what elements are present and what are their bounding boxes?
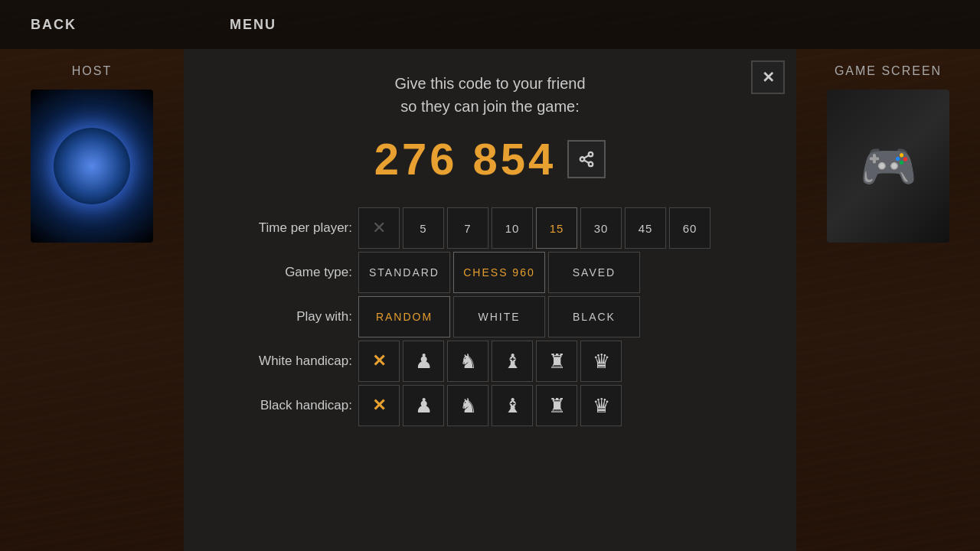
- black-handicap-rook[interactable]: ♜: [536, 385, 577, 426]
- white-handicap-btn-group: ✕ ♟ ♞ ♝ ♜ ♛: [358, 341, 622, 382]
- right-panel-label: GAME SCREEN: [835, 64, 942, 78]
- time-per-player-row: Time per player: ✕ 5 7 10 15 30 45 60: [214, 207, 766, 249]
- black-handicap-btn-group: ✕ ♟ ♞ ♝ ♜ ♛: [358, 385, 622, 426]
- left-panel-label: HOST: [72, 64, 112, 78]
- top-bar: BACK MENU: [0, 0, 980, 49]
- playwith-black[interactable]: BLACK: [548, 296, 640, 337]
- black-handicap-none[interactable]: ✕: [358, 385, 400, 426]
- playwith-btn-group: RANDOM WHITE BLACK: [358, 296, 640, 337]
- time-option-15[interactable]: 15: [536, 207, 577, 249]
- game-type-row: Game type: STANDARD CHESS 960 SAVED: [214, 252, 766, 293]
- white-handicap-rook[interactable]: ♜: [536, 341, 577, 382]
- modal: ✕ Give this code to your friend so they …: [184, 49, 796, 551]
- time-option-none[interactable]: ✕: [358, 207, 400, 249]
- play-with-row: Play with: RANDOM WHITE BLACK: [214, 296, 766, 337]
- white-handicap-pawn[interactable]: ♟: [403, 341, 444, 382]
- white-handicap-none[interactable]: ✕: [358, 341, 400, 382]
- time-option-30[interactable]: 30: [580, 207, 622, 249]
- black-handicap-knight[interactable]: ♞: [447, 385, 488, 426]
- share-icon: [578, 151, 595, 168]
- invite-text: Give this code to your friend so they ca…: [394, 72, 585, 118]
- close-button[interactable]: ✕: [751, 60, 785, 94]
- time-option-5[interactable]: 5: [403, 207, 444, 249]
- code-row: 276 854: [374, 133, 606, 184]
- playwith-label: Play with:: [214, 309, 352, 324]
- time-label: Time per player:: [214, 220, 352, 236]
- svg-line-3: [584, 160, 589, 163]
- black-handicap-queen[interactable]: ♛: [580, 385, 622, 426]
- gametype-chess960[interactable]: CHESS 960: [453, 252, 545, 293]
- white-handicap-row: White handicap: ✕ ♟ ♞ ♝ ♜ ♛: [214, 341, 766, 382]
- black-handicap-row: Black handicap: ✕ ♟ ♞ ♝ ♜ ♛: [214, 385, 766, 426]
- svg-line-4: [584, 155, 589, 158]
- left-panel: HOST: [0, 49, 184, 551]
- menu-button[interactable]: MENU: [230, 17, 276, 33]
- time-option-45[interactable]: 45: [625, 207, 666, 249]
- playwith-random[interactable]: RANDOM: [358, 296, 450, 337]
- game-screen-image: 🎮: [827, 90, 949, 243]
- right-panel: GAME SCREEN 🎮: [796, 49, 980, 551]
- black-handicap-pawn[interactable]: ♟: [403, 385, 444, 426]
- time-btn-group: ✕ 5 7 10 15 30 45 60: [358, 207, 710, 249]
- gametype-saved[interactable]: SAVED: [548, 252, 640, 293]
- time-option-7[interactable]: 7: [447, 207, 488, 249]
- invite-line1: Give this code to your friend: [394, 75, 585, 92]
- gametype-btn-group: STANDARD CHESS 960 SAVED: [358, 252, 640, 293]
- playwith-white[interactable]: WHITE: [453, 296, 545, 337]
- white-handicap-knight[interactable]: ♞: [447, 341, 488, 382]
- white-handicap-bishop[interactable]: ♝: [492, 341, 533, 382]
- black-handicap-label: Black handicap:: [214, 398, 352, 413]
- host-image: [31, 90, 153, 243]
- black-handicap-bishop[interactable]: ♝: [492, 385, 533, 426]
- share-button[interactable]: [567, 140, 606, 178]
- back-button[interactable]: BACK: [31, 17, 77, 33]
- invite-line2: so they can join the game:: [400, 98, 579, 115]
- game-code: 276 854: [374, 133, 557, 184]
- gametype-label: Game type:: [214, 265, 352, 280]
- white-handicap-label: White handicap:: [214, 354, 352, 369]
- white-handicap-queen[interactable]: ♛: [580, 341, 622, 382]
- time-option-60[interactable]: 60: [669, 207, 710, 249]
- gametype-standard[interactable]: STANDARD: [358, 252, 450, 293]
- time-option-10[interactable]: 10: [492, 207, 533, 249]
- settings-table: Time per player: ✕ 5 7 10 15 30 45 60 Ga…: [214, 207, 766, 426]
